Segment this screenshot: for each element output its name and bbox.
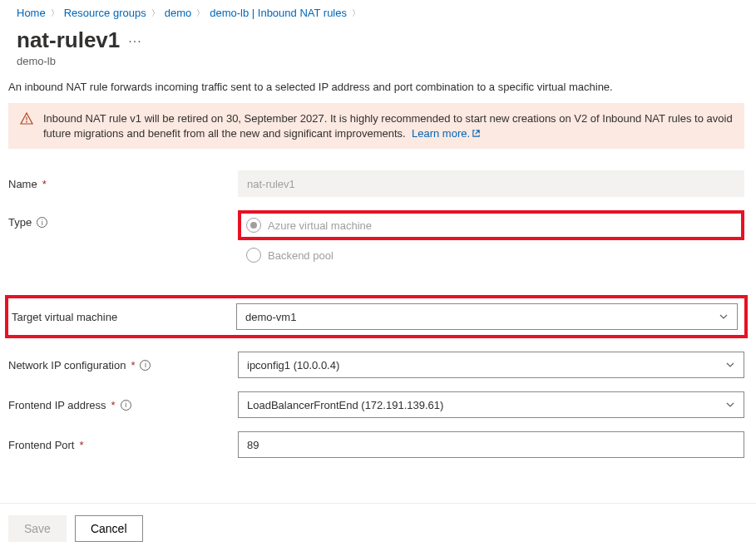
radio-backend-pool[interactable]: Backend pool: [238, 240, 744, 270]
chevron-right-icon: 〉: [51, 7, 59, 19]
name-label: Name*: [8, 178, 238, 190]
chevron-right-icon: 〉: [352, 7, 360, 19]
banner-text: Inbound NAT rule v1 will be retired on 3…: [43, 112, 733, 140]
nic-label: Network IP configuration* i: [8, 359, 238, 371]
learn-more-link[interactable]: Learn more.: [412, 127, 481, 140]
crumb-group[interactable]: demo: [165, 7, 192, 19]
frontend-port-label: Frontend Port*: [8, 439, 238, 451]
frontend-ip-select[interactable]: LoadBalancerFrontEnd (172.191.139.61): [238, 391, 744, 418]
crumb-home[interactable]: Home: [17, 7, 46, 19]
page-title: nat-rulev1: [17, 27, 120, 53]
deprecation-banner: Inbound NAT rule v1 will be retired on 3…: [8, 103, 744, 149]
highlight-target-vm-row: Target virtual machine demo-vm1: [5, 295, 748, 338]
info-icon[interactable]: i: [121, 400, 131, 411]
breadcrumb: Home 〉 Resource groups 〉 demo 〉 demo-lb …: [8, 5, 744, 24]
save-button: Save: [8, 515, 67, 542]
more-menu-button[interactable]: ···: [128, 29, 141, 49]
target-vm-select[interactable]: demo-vm1: [236, 303, 738, 330]
radio-azure-vm[interactable]: Azure virtual machine: [246, 210, 372, 240]
info-icon[interactable]: i: [37, 217, 47, 228]
cancel-button[interactable]: Cancel: [75, 515, 143, 542]
frontend-ip-label: Frontend IP address* i: [8, 399, 238, 411]
chevron-down-icon: [725, 360, 735, 370]
crumb-lb-rules[interactable]: demo-lb | Inbound NAT rules: [210, 7, 347, 19]
type-label: Type i: [8, 210, 238, 229]
chevron-right-icon: 〉: [151, 7, 160, 19]
warning-icon: [20, 112, 33, 125]
external-link-icon: [472, 129, 481, 138]
radio-icon: [246, 248, 261, 263]
footer-bar: Save Cancel: [0, 503, 756, 549]
page-subtitle: demo-lb: [17, 55, 744, 67]
chevron-down-icon: [719, 312, 729, 322]
highlight-type-vm: Azure virtual machine: [238, 210, 744, 240]
frontend-port-input[interactable]: [238, 431, 744, 458]
target-vm-label: Target virtual machine: [8, 311, 236, 323]
radio-icon: [246, 218, 261, 233]
info-icon[interactable]: i: [140, 360, 151, 371]
svg-point-1: [26, 121, 27, 123]
name-input: [238, 170, 744, 197]
crumb-resource-groups[interactable]: Resource groups: [64, 7, 146, 19]
chevron-right-icon: 〉: [196, 7, 205, 19]
chevron-down-icon: [725, 400, 735, 410]
nic-select[interactable]: ipconfig1 (10.0.0.4): [238, 352, 744, 378]
page-description: An inbound NAT rule forwards incoming tr…: [8, 81, 744, 93]
